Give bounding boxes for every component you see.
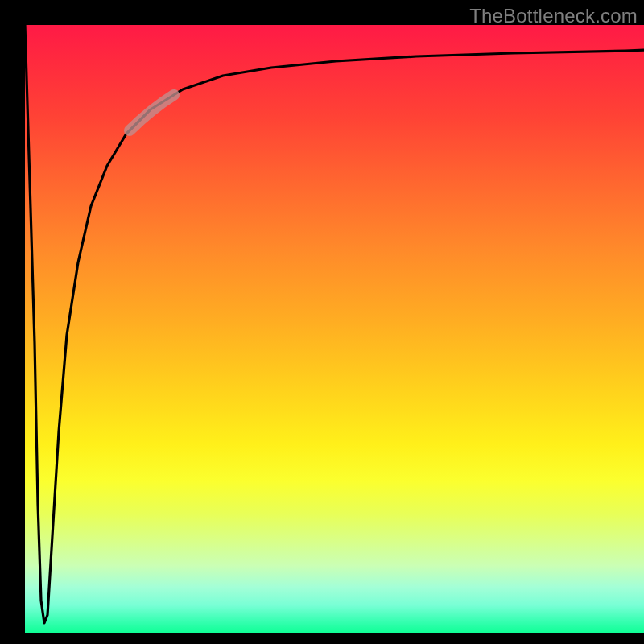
plot-area — [25, 25, 644, 633]
chart-frame: TheBottleneck.com — [0, 0, 644, 644]
attribution-watermark: TheBottleneck.com — [469, 5, 638, 27]
